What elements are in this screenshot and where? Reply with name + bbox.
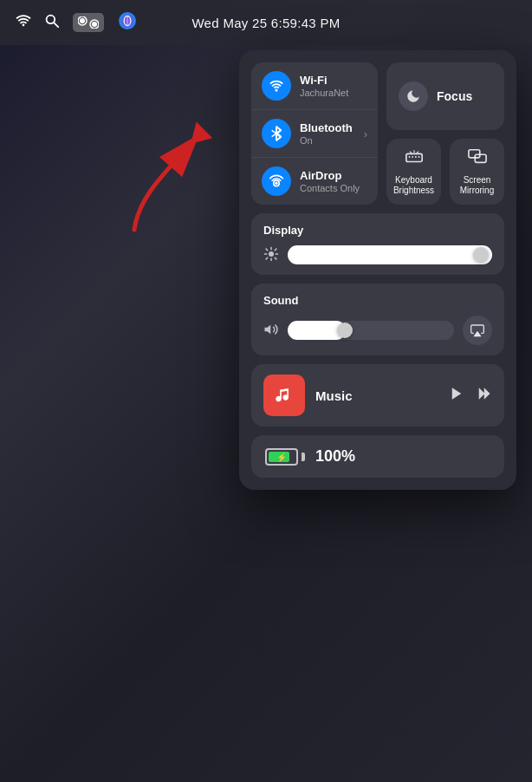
svg-line-19 bbox=[410, 152, 411, 153]
wifi-sub: JachuraNet bbox=[300, 88, 367, 98]
battery-section: ⚡ 100% bbox=[251, 435, 504, 478]
airdrop-icon-circle bbox=[262, 166, 291, 196]
airdrop-name: AirDrop bbox=[300, 169, 367, 183]
music-play-button[interactable] bbox=[449, 386, 464, 406]
bluetooth-sub: On bbox=[300, 135, 355, 146]
keyboard-brightness-icon bbox=[405, 147, 424, 171]
svg-point-0 bbox=[47, 16, 55, 24]
music-section[interactable]: Music bbox=[251, 364, 504, 427]
network-items: Wi-Fi JachuraNet Bluetooth On bbox=[251, 62, 378, 205]
siri-menubar-icon[interactable] bbox=[118, 11, 137, 34]
wifi-menubar-icon[interactable] bbox=[16, 15, 31, 30]
battery-percent: 100% bbox=[315, 447, 355, 466]
menubar-datetime: Wed May 25 6:59:43 PM bbox=[191, 16, 340, 30]
network-section: Wi-Fi JachuraNet Bluetooth On bbox=[251, 62, 504, 205]
search-menubar-icon[interactable] bbox=[45, 14, 59, 31]
airdrop-text: AirDrop Contacts Only bbox=[300, 169, 367, 194]
keyboard-brightness-button[interactable]: Keyboard Brightness bbox=[386, 139, 441, 205]
focus-moon-icon bbox=[399, 81, 428, 111]
svg-point-23 bbox=[269, 251, 274, 257]
battery-tip bbox=[302, 453, 305, 461]
display-slider-thumb bbox=[473, 247, 489, 263]
svg-line-20 bbox=[417, 152, 418, 153]
focus-label: Focus bbox=[437, 89, 472, 103]
svg-rect-22 bbox=[475, 154, 486, 162]
bluetooth-icon-circle bbox=[262, 119, 291, 148]
display-title: Display bbox=[263, 224, 492, 237]
menubar-left bbox=[16, 11, 137, 34]
svg-point-2 bbox=[80, 18, 85, 23]
svg-line-30 bbox=[266, 257, 268, 259]
screen-mirroring-button[interactable]: Screen Mirroring bbox=[450, 139, 504, 205]
menubar: Wed May 25 6:59:43 PM bbox=[0, 0, 532, 45]
screen-mirroring-label: Screen Mirroring bbox=[455, 175, 499, 196]
sound-section: Sound bbox=[251, 283, 504, 355]
screen-mirroring-icon bbox=[468, 147, 487, 171]
svg-point-12 bbox=[275, 182, 277, 185]
sound-slider-thumb bbox=[337, 323, 353, 338]
svg-rect-21 bbox=[468, 150, 479, 158]
control-center-menubar-icon[interactable] bbox=[73, 13, 104, 32]
battery-charging-icon: ⚡ bbox=[276, 452, 287, 461]
svg-line-1 bbox=[54, 23, 58, 27]
svg-line-31 bbox=[275, 249, 276, 251]
svg-marker-35 bbox=[479, 388, 485, 400]
music-forward-button[interactable] bbox=[475, 386, 492, 406]
network-right: Focus bbox=[386, 62, 504, 205]
music-app-name: Music bbox=[315, 388, 438, 403]
svg-point-4 bbox=[92, 22, 97, 27]
brightness-icon bbox=[263, 246, 279, 264]
display-slider-track[interactable] bbox=[288, 245, 492, 264]
battery-fill: ⚡ bbox=[269, 452, 289, 462]
battery-body: ⚡ bbox=[265, 448, 298, 466]
control-center-panel: Wi-Fi JachuraNet Bluetooth On bbox=[239, 50, 516, 490]
airdrop-item[interactable]: AirDrop Contacts Only bbox=[251, 158, 378, 205]
keyboard-brightness-label: Keyboard Brightness bbox=[392, 175, 436, 196]
small-buttons-row: Keyboard Brightness Screen Mirroring bbox=[386, 139, 504, 205]
wifi-icon-circle bbox=[262, 71, 291, 101]
svg-line-27 bbox=[275, 257, 276, 259]
wifi-text: Wi-Fi JachuraNet bbox=[300, 74, 367, 99]
svg-marker-32 bbox=[265, 324, 271, 334]
svg-marker-36 bbox=[484, 388, 490, 400]
sound-title: Sound bbox=[263, 294, 492, 307]
battery-icon: ⚡ bbox=[265, 448, 305, 466]
datetime-text: Wed May 25 6:59:43 PM bbox=[191, 16, 340, 30]
sound-slider-row bbox=[263, 316, 492, 345]
airdrop-sub: Contacts Only bbox=[300, 183, 367, 193]
music-controls bbox=[449, 386, 492, 406]
display-slider-row bbox=[263, 245, 492, 264]
airplay-button[interactable] bbox=[463, 316, 492, 345]
wifi-item[interactable]: Wi-Fi JachuraNet bbox=[251, 62, 378, 110]
bluetooth-text: Bluetooth On bbox=[300, 121, 355, 147]
svg-marker-34 bbox=[452, 388, 462, 400]
svg-marker-33 bbox=[475, 332, 481, 336]
wifi-name: Wi-Fi bbox=[300, 74, 367, 88]
bluetooth-name: Bluetooth bbox=[300, 121, 355, 135]
svg-line-26 bbox=[266, 249, 268, 251]
volume-icon bbox=[263, 322, 279, 340]
focus-button[interactable]: Focus bbox=[386, 62, 504, 130]
bluetooth-chevron: › bbox=[364, 127, 367, 140]
bluetooth-item[interactable]: Bluetooth On › bbox=[251, 110, 378, 158]
svg-rect-13 bbox=[405, 153, 421, 161]
display-section: Display bbox=[251, 213, 504, 275]
music-app-icon bbox=[263, 375, 305, 416]
sound-slider-track[interactable] bbox=[288, 321, 454, 340]
